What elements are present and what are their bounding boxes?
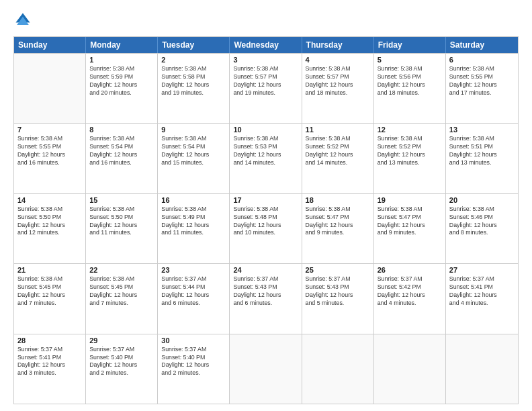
calendar-cell: 15Sunrise: 5:38 AM Sunset: 5:50 PM Dayli… (86, 194, 158, 263)
calendar-cell: 25Sunrise: 5:37 AM Sunset: 5:43 PM Dayli… (302, 264, 374, 333)
cell-info: Sunrise: 5:38 AM Sunset: 5:45 PM Dayligh… (17, 275, 82, 308)
cell-info: Sunrise: 5:37 AM Sunset: 5:40 PM Dayligh… (161, 346, 226, 378)
calendar-cell (14, 54, 86, 123)
cell-info: Sunrise: 5:37 AM Sunset: 5:41 PM Dayligh… (17, 346, 82, 378)
calendar-cell (374, 334, 446, 404)
calendar-cell: 8Sunrise: 5:38 AM Sunset: 5:54 PM Daylig… (86, 124, 158, 193)
cell-info: Sunrise: 5:37 AM Sunset: 5:43 PM Dayligh… (233, 275, 298, 308)
calendar-cell: 14Sunrise: 5:38 AM Sunset: 5:50 PM Dayli… (14, 194, 86, 263)
day-number: 25 (306, 266, 370, 274)
calendar-cell: 23Sunrise: 5:37 AM Sunset: 5:44 PM Dayli… (158, 264, 230, 333)
calendar-header-cell: Monday (86, 37, 158, 53)
calendar-row: 14Sunrise: 5:38 AM Sunset: 5:50 PM Dayli… (14, 193, 518, 263)
calendar-row: 1Sunrise: 5:38 AM Sunset: 5:59 PM Daylig… (14, 53, 518, 123)
cell-info: Sunrise: 5:37 AM Sunset: 5:42 PM Dayligh… (378, 275, 442, 308)
calendar-cell: 18Sunrise: 5:38 AM Sunset: 5:47 PM Dayli… (302, 194, 374, 263)
calendar-cell: 22Sunrise: 5:38 AM Sunset: 5:45 PM Dayli… (86, 264, 158, 333)
day-number: 15 (89, 196, 154, 204)
day-number: 29 (89, 336, 154, 345)
cell-info: Sunrise: 5:38 AM Sunset: 5:51 PM Dayligh… (449, 135, 515, 167)
calendar-cell: 4Sunrise: 5:38 AM Sunset: 5:57 PM Daylig… (302, 54, 374, 123)
day-number: 5 (378, 56, 442, 64)
day-number: 17 (233, 196, 298, 204)
calendar-cell: 6Sunrise: 5:38 AM Sunset: 5:55 PM Daylig… (446, 54, 518, 123)
cell-info: Sunrise: 5:38 AM Sunset: 5:56 PM Dayligh… (378, 65, 442, 97)
calendar-cell: 17Sunrise: 5:38 AM Sunset: 5:48 PM Dayli… (230, 194, 302, 263)
cell-info: Sunrise: 5:38 AM Sunset: 5:52 PM Dayligh… (306, 135, 370, 167)
calendar-cell: 21Sunrise: 5:38 AM Sunset: 5:45 PM Dayli… (14, 264, 86, 333)
day-number: 11 (306, 126, 370, 134)
day-number: 21 (17, 266, 82, 274)
day-number: 30 (161, 336, 226, 345)
day-number: 18 (306, 196, 370, 204)
cell-info: Sunrise: 5:38 AM Sunset: 5:59 PM Dayligh… (89, 65, 154, 97)
day-number: 2 (161, 56, 226, 64)
calendar-cell: 20Sunrise: 5:38 AM Sunset: 5:46 PM Dayli… (446, 194, 518, 263)
calendar-cell: 26Sunrise: 5:37 AM Sunset: 5:42 PM Dayli… (374, 264, 446, 333)
calendar-cell: 12Sunrise: 5:38 AM Sunset: 5:52 PM Dayli… (374, 124, 446, 193)
cell-info: Sunrise: 5:38 AM Sunset: 5:55 PM Dayligh… (449, 65, 515, 97)
day-number: 13 (449, 126, 515, 134)
day-number: 4 (306, 56, 370, 64)
cell-info: Sunrise: 5:38 AM Sunset: 5:54 PM Dayligh… (89, 135, 154, 167)
day-number: 9 (161, 126, 226, 134)
cell-info: Sunrise: 5:38 AM Sunset: 5:49 PM Dayligh… (161, 205, 226, 238)
calendar-body: 1Sunrise: 5:38 AM Sunset: 5:59 PM Daylig… (14, 53, 518, 404)
calendar-cell: 3Sunrise: 5:38 AM Sunset: 5:57 PM Daylig… (230, 54, 302, 123)
day-number: 10 (233, 126, 298, 134)
calendar-row: 7Sunrise: 5:38 AM Sunset: 5:55 PM Daylig… (14, 123, 518, 193)
calendar-header-cell: Wednesday (230, 37, 302, 53)
calendar-header-cell: Tuesday (158, 37, 230, 53)
page: SundayMondayTuesdayWednesdayThursdayFrid… (0, 0, 532, 411)
day-number: 1 (89, 56, 154, 64)
calendar-cell: 13Sunrise: 5:38 AM Sunset: 5:51 PM Dayli… (446, 124, 518, 193)
day-number: 7 (17, 126, 82, 134)
calendar-cell: 10Sunrise: 5:38 AM Sunset: 5:53 PM Dayli… (230, 124, 302, 193)
day-number: 27 (449, 266, 515, 274)
calendar-cell: 7Sunrise: 5:38 AM Sunset: 5:55 PM Daylig… (14, 124, 86, 193)
calendar-cell: 29Sunrise: 5:37 AM Sunset: 5:40 PM Dayli… (86, 334, 158, 404)
day-number: 22 (89, 266, 154, 274)
cell-info: Sunrise: 5:38 AM Sunset: 5:50 PM Dayligh… (89, 205, 154, 238)
day-number: 26 (378, 266, 442, 274)
calendar-header-cell: Sunday (14, 37, 86, 53)
cell-info: Sunrise: 5:38 AM Sunset: 5:55 PM Dayligh… (17, 135, 82, 167)
cell-info: Sunrise: 5:38 AM Sunset: 5:58 PM Dayligh… (161, 65, 226, 97)
day-number: 20 (449, 196, 515, 204)
cell-info: Sunrise: 5:37 AM Sunset: 5:44 PM Dayligh… (161, 275, 226, 308)
day-number: 23 (161, 266, 226, 274)
cell-info: Sunrise: 5:38 AM Sunset: 5:54 PM Dayligh… (161, 135, 226, 167)
calendar-cell: 27Sunrise: 5:37 AM Sunset: 5:41 PM Dayli… (446, 264, 518, 333)
logo-icon (13, 11, 32, 30)
cell-info: Sunrise: 5:37 AM Sunset: 5:43 PM Dayligh… (306, 275, 370, 308)
calendar-header-row: SundayMondayTuesdayWednesdayThursdayFrid… (14, 37, 518, 53)
calendar-cell (230, 334, 302, 404)
logo (13, 11, 35, 30)
cell-info: Sunrise: 5:38 AM Sunset: 5:53 PM Dayligh… (233, 135, 298, 167)
cell-info: Sunrise: 5:37 AM Sunset: 5:40 PM Dayligh… (89, 346, 154, 378)
day-number: 6 (449, 56, 515, 64)
calendar-header-cell: Thursday (302, 37, 374, 53)
calendar-header-cell: Friday (374, 37, 446, 53)
cell-info: Sunrise: 5:38 AM Sunset: 5:48 PM Dayligh… (233, 205, 298, 238)
day-number: 28 (17, 336, 82, 345)
calendar-cell: 30Sunrise: 5:37 AM Sunset: 5:40 PM Dayli… (158, 334, 230, 404)
cell-info: Sunrise: 5:38 AM Sunset: 5:47 PM Dayligh… (306, 205, 370, 238)
day-number: 8 (89, 126, 154, 134)
day-number: 12 (378, 126, 442, 134)
day-number: 14 (17, 196, 82, 204)
cell-info: Sunrise: 5:38 AM Sunset: 5:57 PM Dayligh… (306, 65, 370, 97)
day-number: 16 (161, 196, 226, 204)
calendar-row: 21Sunrise: 5:38 AM Sunset: 5:45 PM Dayli… (14, 263, 518, 333)
cell-info: Sunrise: 5:38 AM Sunset: 5:45 PM Dayligh… (89, 275, 154, 308)
calendar-cell: 16Sunrise: 5:38 AM Sunset: 5:49 PM Dayli… (158, 194, 230, 263)
calendar-cell: 5Sunrise: 5:38 AM Sunset: 5:56 PM Daylig… (374, 54, 446, 123)
calendar-cell: 1Sunrise: 5:38 AM Sunset: 5:59 PM Daylig… (86, 54, 158, 123)
calendar-cell: 24Sunrise: 5:37 AM Sunset: 5:43 PM Dayli… (230, 264, 302, 333)
calendar-cell (302, 334, 374, 404)
cell-info: Sunrise: 5:38 AM Sunset: 5:46 PM Dayligh… (449, 205, 515, 238)
cell-info: Sunrise: 5:38 AM Sunset: 5:52 PM Dayligh… (378, 135, 442, 167)
header (13, 11, 519, 30)
calendar: SundayMondayTuesdayWednesdayThursdayFrid… (13, 36, 519, 404)
calendar-cell: 11Sunrise: 5:38 AM Sunset: 5:52 PM Dayli… (302, 124, 374, 193)
